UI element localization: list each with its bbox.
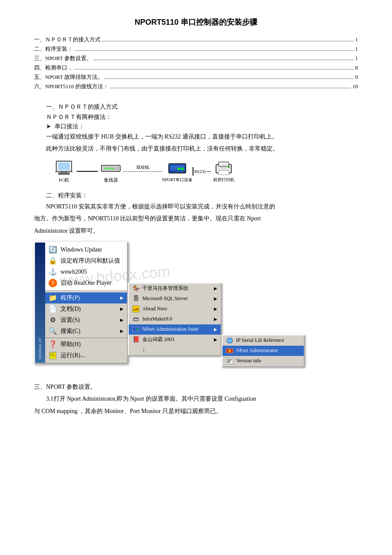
help-icon: ❓	[49, 340, 57, 349]
menu-item-program-access[interactable]: 🔒 设定程序访问和默认值	[45, 255, 127, 266]
menu-item-documents[interactable]: 📄 文档(D) ▶	[45, 304, 127, 315]
rs232-section: RS232	[193, 167, 211, 176]
menu-bottom-section: 📁 程序(P) ▶ 📄 文档(D) ▶ ⚙	[45, 291, 127, 363]
cable-label: 双绞线	[136, 165, 149, 171]
documents-icon: 📄	[49, 305, 57, 313]
svg-point-8	[107, 168, 109, 169]
submenu-item-nport[interactable]: NPort Administration Suite ▶	[129, 324, 221, 335]
svg-point-22	[228, 166, 230, 168]
submenu-item-mssql-label: Microsoft SQL Server	[142, 295, 188, 302]
svg-point-12	[116, 168, 118, 169]
program-access-icon: 🔒	[49, 257, 57, 265]
svg-rect-1	[58, 162, 70, 170]
submenu-item-jinshan-label: 金山词霸 2003	[142, 336, 174, 343]
nport-device: NPORT串口设备	[162, 160, 193, 183]
network-diagram: PC机 集线器 双绞线	[51, 160, 358, 183]
menu-item-wnwb-label: wnwb2005	[61, 269, 124, 275]
submenu-item-more-label: ↓	[142, 347, 145, 353]
section2-text3: Administrator 设置即可。	[34, 226, 358, 236]
cable-section: 双绞线	[124, 171, 162, 172]
nport-item-version[interactable]: Version info	[222, 356, 304, 366]
svg-point-9	[109, 168, 111, 169]
section1-bullet-text: 单口接法：	[55, 123, 84, 130]
menu-item-run-label: 运行(R)...	[61, 352, 124, 359]
menu-item-realone[interactable]: 1 启动 RealOne Player	[45, 278, 127, 289]
submenu-item-informaker[interactable]: 🗃 InforMaker9.0 ▶	[129, 314, 221, 324]
menu-item-settings[interactable]: ⚙ 设置(S) ▶	[45, 315, 127, 326]
menu-item-help-label: 帮助(H)	[61, 341, 124, 348]
start-menu-panel: Windows XP 🔄 Windows Update	[34, 242, 128, 364]
section3-text2: 与 COM mapping ，其余的 Monitor、Port Monitor …	[34, 407, 358, 416]
menu-body: Windows XP 🔄 Windows Update	[35, 243, 127, 363]
menu-item-help[interactable]: ❓ 帮助(H)	[45, 339, 127, 350]
programs-icon: 📁	[49, 294, 57, 302]
section1-title: 一、ＮＰＯＲＴ的接入方式	[34, 103, 358, 111]
cable-line	[124, 171, 162, 172]
screenshot-container: www.bdocx.com Windows XP	[34, 242, 305, 367]
section1-text1: 一端通过双绞线接于 HUB 交换机上，一端为 RS232 通讯接口，直接接于串口…	[34, 132, 358, 142]
toc-item-4: 四、检测串口， 8	[34, 64, 358, 72]
version-icon	[226, 357, 233, 365]
pc-device: PC机	[51, 160, 77, 183]
svg-point-15	[181, 168, 184, 170]
ipserial-icon	[226, 337, 233, 344]
mssql-arrow-icon: ▶	[214, 296, 217, 301]
page-title: NPORT5110 串口控制器的安装步骤	[34, 17, 358, 27]
menu-item-program-access-label: 设定程序访问和默认值	[61, 257, 124, 265]
informaker-arrow-icon: ▶	[214, 317, 217, 321]
submenu-item-more[interactable]: ↓	[129, 345, 221, 355]
menu-item-windows-update[interactable]: 🔄 Windows Update	[45, 244, 127, 255]
nport-admin-icon	[132, 326, 140, 333]
nport-administrator-icon	[226, 347, 233, 355]
section1-subtitle: ＮＰＯＲＴ有两种接法：	[34, 113, 358, 121]
svg-rect-21	[220, 167, 227, 168]
programs-arrow-icon: ▶	[120, 295, 124, 300]
section1-bullet: ➤ 单口接法：	[34, 123, 358, 130]
menu-item-programs-label: 程序(P)	[61, 294, 118, 302]
svg-point-16	[178, 168, 180, 170]
svg-rect-20	[219, 171, 229, 175]
nport-item-ipserial[interactable]: IP Serial Lib Reference	[222, 335, 304, 346]
svg-point-30	[137, 329, 138, 330]
realone-icon: 1	[49, 279, 57, 287]
submenu-item-qlm[interactable]: 🏇 千里马任务管理系统 ▶	[129, 283, 221, 294]
menu-item-wnwb[interactable]: ⚓ wnwb2005	[45, 266, 127, 278]
pc-icon	[54, 160, 74, 177]
search-arrow-icon: ▶	[120, 329, 124, 333]
section-3: 三、NPORT 参数设置。 3.1打开 Nport Administrator,…	[34, 382, 358, 416]
section2-text2: 地方。作为新型号，NPORT5110 比以前型号的设置更简洁，更集中。现在只需在…	[34, 214, 358, 223]
svg-rect-3	[59, 173, 69, 174]
menus-wrapper: Windows XP 🔄 Windows Update	[34, 242, 305, 367]
nport-arrow-icon: ▶	[214, 327, 217, 332]
menu-content: 🔄 Windows Update 🔒 设定程序访问和默认值 ⚓ wnwb2005	[45, 243, 127, 363]
svg-point-11	[114, 168, 115, 169]
menu-item-run[interactable]: 运行(R)...	[45, 350, 127, 361]
section1-text2: 此种方法比较灵活，不用专门布线，由于直接接在打印机上，没有任何转换，非常稳定。	[34, 144, 358, 153]
svg-rect-4	[55, 171, 72, 172]
svg-point-7	[104, 168, 106, 169]
menu-item-search[interactable]: 🔍 搜索(C) ▶	[45, 326, 127, 337]
informaker-icon: 🗃	[132, 315, 140, 323]
submenu-item-qlm-label: 千里马任务管理系统	[142, 285, 188, 292]
submenu-item-informaker-label: InforMaker9.0	[142, 316, 172, 322]
submenu-item-jinshan[interactable]: 📕 金山词霸 2003 ▶	[129, 335, 221, 345]
printer-label: 厨房打印机	[213, 177, 234, 183]
settings-arrow-icon: ▶	[120, 318, 124, 322]
mssql-icon: 🗄	[132, 295, 140, 303]
qlm-arrow-icon: ▶	[214, 286, 217, 291]
svg-rect-19	[219, 162, 229, 166]
qlm-icon: 🏇	[132, 285, 140, 292]
wnwb-icon: ⚓	[49, 268, 57, 276]
printer-device: 厨房打印机	[211, 160, 236, 183]
nport-item-administrator[interactable]: NPort Administrator	[222, 346, 304, 356]
menu-item-programs[interactable]: 📁 程序(P) ▶	[45, 292, 127, 304]
nero-icon: AN	[132, 305, 140, 313]
rs232-connector	[193, 167, 193, 176]
svg-point-35	[228, 350, 231, 352]
section-2: 二、程序安装： NPORT5110 安装其实非常方便，根据提示选择即可以安装完成…	[34, 192, 358, 374]
submenu-item-nero[interactable]: AN Ahead Nero ▶	[129, 304, 221, 314]
section-1: 一、ＮＰＯＲＴ的接入方式 ＮＰＯＲＴ有两种接法： ➤ 单口接法： 一端通过双绞线…	[34, 103, 358, 183]
menu-item-settings-label: 设置(S)	[61, 316, 118, 324]
submenu-item-mssql[interactable]: 🗄 Microsoft SQL Server ▶	[129, 294, 221, 304]
pc-label: PC机	[59, 177, 69, 183]
